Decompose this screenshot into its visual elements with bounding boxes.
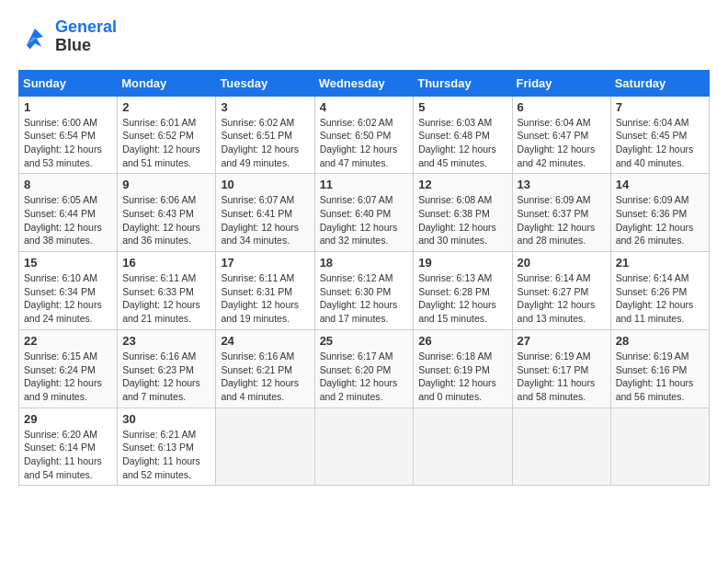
calendar-cell: 10Sunrise: 6:07 AM Sunset: 6:41 PM Dayli… (216, 174, 314, 252)
day-number: 27 (518, 334, 606, 348)
header-friday: Friday (512, 70, 610, 96)
day-info: Sunrise: 6:20 AM Sunset: 6:14 PM Dayligh… (24, 428, 112, 482)
header-tuesday: Tuesday (216, 70, 314, 96)
calendar-cell: 3Sunrise: 6:02 AM Sunset: 6:51 PM Daylig… (216, 96, 314, 174)
day-number: 7 (616, 100, 704, 114)
day-info: Sunrise: 6:17 AM Sunset: 6:20 PM Dayligh… (320, 350, 409, 404)
day-number: 24 (221, 334, 309, 348)
calendar-header-row: SundayMondayTuesdayWednesdayThursdayFrid… (19, 70, 710, 96)
day-info: Sunrise: 6:08 AM Sunset: 6:38 PM Dayligh… (418, 193, 506, 247)
calendar-week-1: 1Sunrise: 6:00 AM Sunset: 6:54 PM Daylig… (19, 96, 710, 174)
calendar-cell: 17Sunrise: 6:11 AM Sunset: 6:31 PM Dayli… (216, 252, 314, 330)
calendar-cell: 30Sunrise: 6:21 AM Sunset: 6:13 PM Dayli… (118, 408, 216, 486)
day-info: Sunrise: 6:02 AM Sunset: 6:50 PM Dayligh… (320, 116, 409, 170)
day-info: Sunrise: 6:19 AM Sunset: 6:16 PM Dayligh… (616, 350, 704, 404)
calendar-cell (314, 408, 414, 486)
calendar-cell: 25Sunrise: 6:17 AM Sunset: 6:20 PM Dayli… (314, 329, 414, 408)
calendar-cell: 22Sunrise: 6:15 AM Sunset: 6:24 PM Dayli… (19, 329, 118, 408)
day-number: 30 (122, 412, 210, 426)
calendar-cell: 5Sunrise: 6:03 AM Sunset: 6:48 PM Daylig… (414, 96, 512, 174)
day-number: 10 (221, 178, 309, 191)
calendar-cell: 27Sunrise: 6:19 AM Sunset: 6:17 PM Dayli… (512, 329, 610, 408)
day-number: 2 (122, 100, 210, 114)
calendar-cell: 2Sunrise: 6:01 AM Sunset: 6:52 PM Daylig… (118, 96, 216, 174)
calendar-cell: 28Sunrise: 6:19 AM Sunset: 6:16 PM Dayli… (610, 329, 709, 408)
day-info: Sunrise: 6:21 AM Sunset: 6:13 PM Dayligh… (122, 428, 210, 482)
calendar-cell: 29Sunrise: 6:20 AM Sunset: 6:14 PM Dayli… (19, 408, 118, 486)
day-number: 26 (418, 334, 506, 348)
calendar-cell: 19Sunrise: 6:13 AM Sunset: 6:28 PM Dayli… (414, 252, 512, 330)
page-header: General Blue (18, 18, 710, 55)
day-info: Sunrise: 6:09 AM Sunset: 6:37 PM Dayligh… (518, 193, 606, 247)
calendar-cell: 4Sunrise: 6:02 AM Sunset: 6:50 PM Daylig… (314, 96, 414, 174)
day-number: 16 (122, 256, 210, 270)
day-number: 18 (320, 256, 409, 270)
day-info: Sunrise: 6:04 AM Sunset: 6:45 PM Dayligh… (616, 116, 704, 170)
calendar-week-4: 22Sunrise: 6:15 AM Sunset: 6:24 PM Dayli… (19, 329, 710, 408)
day-info: Sunrise: 6:06 AM Sunset: 6:43 PM Dayligh… (122, 193, 210, 247)
day-info: Sunrise: 6:19 AM Sunset: 6:17 PM Dayligh… (518, 350, 606, 404)
logo-icon (18, 20, 51, 53)
day-number: 23 (122, 334, 210, 348)
day-number: 11 (320, 178, 409, 191)
calendar-cell: 26Sunrise: 6:18 AM Sunset: 6:19 PM Dayli… (414, 329, 512, 408)
header-saturday: Saturday (610, 70, 709, 96)
day-info: Sunrise: 6:14 AM Sunset: 6:26 PM Dayligh… (616, 271, 704, 326)
calendar-cell: 9Sunrise: 6:06 AM Sunset: 6:43 PM Daylig… (118, 174, 216, 252)
day-info: Sunrise: 6:00 AM Sunset: 6:54 PM Dayligh… (24, 116, 112, 170)
day-number: 17 (221, 256, 309, 270)
day-number: 22 (24, 334, 112, 348)
calendar-cell: 21Sunrise: 6:14 AM Sunset: 6:26 PM Dayli… (610, 252, 709, 330)
calendar-cell (216, 408, 314, 486)
day-info: Sunrise: 6:04 AM Sunset: 6:47 PM Dayligh… (518, 116, 606, 170)
day-number: 8 (24, 178, 112, 191)
day-number: 28 (616, 334, 704, 348)
day-info: Sunrise: 6:13 AM Sunset: 6:28 PM Dayligh… (418, 271, 506, 326)
day-number: 25 (320, 334, 409, 348)
calendar-cell: 7Sunrise: 6:04 AM Sunset: 6:45 PM Daylig… (610, 96, 709, 174)
calendar-cell: 13Sunrise: 6:09 AM Sunset: 6:37 PM Dayli… (512, 174, 610, 252)
calendar-week-5: 29Sunrise: 6:20 AM Sunset: 6:14 PM Dayli… (19, 408, 710, 486)
calendar-week-3: 15Sunrise: 6:10 AM Sunset: 6:34 PM Dayli… (19, 252, 710, 330)
day-info: Sunrise: 6:12 AM Sunset: 6:30 PM Dayligh… (320, 271, 409, 326)
calendar-cell: 20Sunrise: 6:14 AM Sunset: 6:27 PM Dayli… (512, 252, 610, 330)
header-sunday: Sunday (19, 70, 118, 96)
day-number: 5 (418, 100, 506, 114)
day-info: Sunrise: 6:11 AM Sunset: 6:33 PM Dayligh… (122, 271, 210, 326)
calendar-cell: 23Sunrise: 6:16 AM Sunset: 6:23 PM Dayli… (118, 329, 216, 408)
day-info: Sunrise: 6:16 AM Sunset: 6:21 PM Dayligh… (221, 350, 309, 404)
day-info: Sunrise: 6:01 AM Sunset: 6:52 PM Dayligh… (122, 116, 210, 170)
calendar-cell (610, 408, 709, 486)
calendar-table: SundayMondayTuesdayWednesdayThursdayFrid… (18, 70, 710, 487)
calendar-cell: 16Sunrise: 6:11 AM Sunset: 6:33 PM Dayli… (118, 252, 216, 330)
day-info: Sunrise: 6:07 AM Sunset: 6:40 PM Dayligh… (320, 193, 409, 247)
day-info: Sunrise: 6:05 AM Sunset: 6:44 PM Dayligh… (24, 193, 112, 247)
calendar-cell: 24Sunrise: 6:16 AM Sunset: 6:21 PM Dayli… (216, 329, 314, 408)
day-number: 15 (24, 256, 112, 270)
calendar-cell: 11Sunrise: 6:07 AM Sunset: 6:40 PM Dayli… (314, 174, 414, 252)
calendar-week-2: 8Sunrise: 6:05 AM Sunset: 6:44 PM Daylig… (19, 174, 710, 252)
day-info: Sunrise: 6:09 AM Sunset: 6:36 PM Dayligh… (616, 193, 704, 247)
calendar-cell: 1Sunrise: 6:00 AM Sunset: 6:54 PM Daylig… (19, 96, 118, 174)
day-number: 21 (616, 256, 704, 270)
calendar-cell (512, 408, 610, 486)
day-number: 19 (418, 256, 506, 270)
logo: General Blue (18, 18, 117, 55)
header-wednesday: Wednesday (314, 70, 414, 96)
day-number: 29 (24, 412, 112, 426)
day-info: Sunrise: 6:07 AM Sunset: 6:41 PM Dayligh… (221, 193, 309, 247)
day-info: Sunrise: 6:15 AM Sunset: 6:24 PM Dayligh… (24, 350, 112, 404)
logo-text: General Blue (55, 18, 117, 55)
day-info: Sunrise: 6:18 AM Sunset: 6:19 PM Dayligh… (418, 350, 506, 404)
calendar-cell (414, 408, 512, 486)
day-number: 20 (518, 256, 606, 270)
calendar-cell: 6Sunrise: 6:04 AM Sunset: 6:47 PM Daylig… (512, 96, 610, 174)
day-number: 4 (320, 100, 409, 114)
day-number: 3 (221, 100, 309, 114)
day-number: 14 (616, 178, 704, 191)
day-number: 13 (518, 178, 606, 191)
calendar-cell: 15Sunrise: 6:10 AM Sunset: 6:34 PM Dayli… (19, 252, 118, 330)
day-number: 1 (24, 100, 112, 114)
day-info: Sunrise: 6:11 AM Sunset: 6:31 PM Dayligh… (221, 271, 309, 326)
day-info: Sunrise: 6:16 AM Sunset: 6:23 PM Dayligh… (122, 350, 210, 404)
